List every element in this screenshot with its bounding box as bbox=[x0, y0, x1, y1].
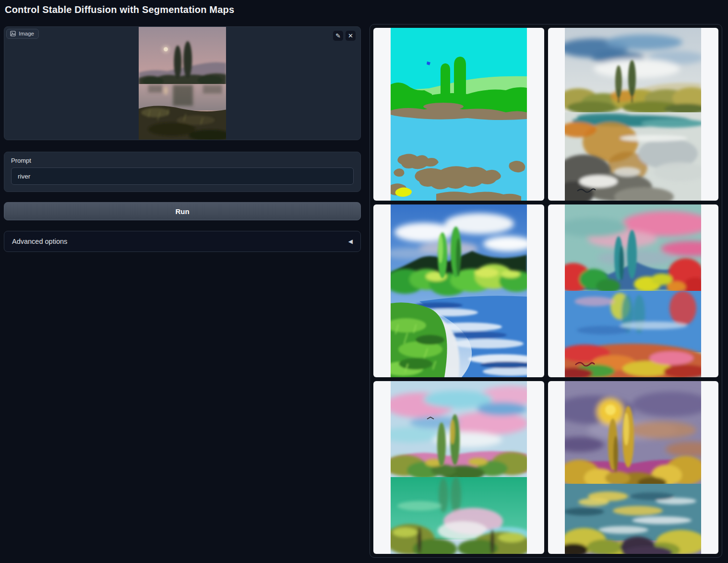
x-icon: ✕ bbox=[348, 31, 353, 41]
triangle-left-icon: ◀ bbox=[348, 238, 353, 245]
image-input-panel: Image ✎ ✕ bbox=[4, 26, 361, 140]
image-icon bbox=[10, 31, 16, 36]
main-layout: Image ✎ ✕ Prompt Run Advan bbox=[0, 24, 728, 558]
gallery-item-watercolor[interactable] bbox=[548, 28, 719, 201]
clear-button[interactable]: ✕ bbox=[346, 31, 356, 41]
prompt-label: Prompt bbox=[11, 157, 354, 164]
advanced-options-accordion[interactable]: Advanced options ◀ bbox=[4, 231, 361, 252]
gallery-item-segmentation-map[interactable] bbox=[373, 28, 544, 201]
gallery-item-expressionist[interactable] bbox=[548, 204, 719, 377]
prompt-panel: Prompt bbox=[4, 152, 361, 192]
output-gallery bbox=[370, 24, 722, 558]
edit-button[interactable]: ✎ bbox=[333, 31, 343, 41]
right-column bbox=[370, 24, 722, 558]
pencil-icon: ✎ bbox=[335, 31, 341, 41]
run-button[interactable]: Run bbox=[4, 202, 361, 220]
gallery-item-vivid-green[interactable] bbox=[373, 204, 544, 377]
page-title: Control Stable Diffusion with Segmentati… bbox=[5, 4, 234, 15]
generated-image-vivid-green bbox=[391, 204, 527, 377]
image-actions: ✎ ✕ bbox=[333, 31, 356, 41]
uploaded-image bbox=[139, 27, 226, 140]
app-header: Control Stable Diffusion with Segmentati… bbox=[0, 0, 728, 24]
app-page: Control Stable Diffusion with Segmentati… bbox=[0, 0, 728, 563]
segmentation-map-image bbox=[391, 28, 527, 201]
prompt-input[interactable] bbox=[11, 168, 354, 185]
image-label-chip: Image bbox=[6, 29, 39, 39]
image-label: Image bbox=[19, 31, 34, 36]
generated-image-pastel bbox=[391, 381, 527, 554]
generated-image-golden bbox=[565, 381, 701, 554]
gallery-item-pastel[interactable] bbox=[373, 381, 544, 554]
gallery-item-golden[interactable] bbox=[548, 381, 719, 554]
advanced-options-label: Advanced options bbox=[12, 238, 67, 245]
generated-image-watercolor bbox=[565, 28, 701, 201]
generated-image-expressionist bbox=[565, 204, 701, 377]
run-button-label: Run bbox=[175, 207, 189, 216]
left-column: Image ✎ ✕ Prompt Run Advan bbox=[4, 24, 361, 252]
